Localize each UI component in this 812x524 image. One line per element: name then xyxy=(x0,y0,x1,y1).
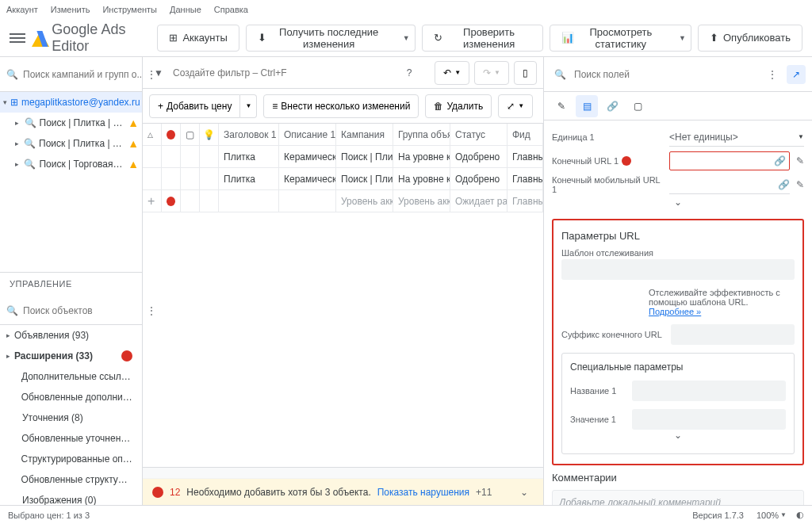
menu-edit[interactable]: Изменить xyxy=(51,5,90,14)
menu-data[interactable]: Данные xyxy=(170,5,201,14)
column-header[interactable]: ▢ xyxy=(181,124,200,145)
warning-icon: ▲ xyxy=(128,137,139,150)
mgmt-item[interactable]: Обновленные уточнения (0) xyxy=(0,428,142,449)
chevron-down-icon: ▼ xyxy=(403,34,410,42)
undo-button[interactable]: ↶ ▼ xyxy=(435,61,469,85)
final-url-input[interactable]: 🔗 xyxy=(669,151,790,170)
campaign-row[interactable]: ▸🔍Поиск | Плитка | Динам...▲ xyxy=(0,113,142,133)
tracking-template-input[interactable] xyxy=(561,259,795,280)
chevron-icon: △ xyxy=(147,131,153,139)
add-price-button[interactable]: + Добавить цену xyxy=(149,94,240,118)
mobile-url-label: Конечный мобильный URL 1 xyxy=(552,175,663,194)
mgmt-item[interactable]: ▸Расширения (33) xyxy=(0,346,142,366)
chevron-down-icon: ▼ xyxy=(679,34,686,42)
chevron-down-icon: ▼ xyxy=(780,511,787,518)
column-header[interactable]: Описание 1 xyxy=(279,124,336,145)
panel-toggle-button[interactable]: ▯ xyxy=(514,61,537,85)
custom-params-title: Специальные параметры xyxy=(570,361,786,373)
mobile-url-input[interactable]: 🔗 xyxy=(669,175,790,194)
show-violations-link[interactable]: Показать нарушения xyxy=(377,487,469,498)
table-row[interactable]: ПлиткаКерамическа...Поиск | Плитк...На у… xyxy=(143,168,543,190)
learn-more-link[interactable]: Подробнее » xyxy=(649,307,701,316)
publish-button[interactable]: ⬆Опубликовать xyxy=(698,25,802,52)
edit-icon[interactable]: ✎ xyxy=(796,179,804,190)
redo-button[interactable]: ↷ ▼ xyxy=(474,61,509,85)
tab-edit[interactable]: ✎ xyxy=(550,95,573,117)
column-header[interactable] xyxy=(162,124,181,145)
account-tree: ▾ ⊞ megaplitkastore@yandex.ru - но... ▸🔍… xyxy=(0,92,142,272)
table-row[interactable]: ПлиткаКерамическа...Поиск | Плитк...На у… xyxy=(143,146,543,168)
mgmt-item[interactable]: Изображения (0) xyxy=(0,490,142,505)
data-grid[interactable]: △▢💡Заголовок 1Описание 1КампанияГруппа о… xyxy=(143,124,543,467)
suffix-label: Суффикс конечного URL xyxy=(561,330,665,339)
expand-button[interactable]: ⤢ ▼ xyxy=(498,94,533,118)
settings-icon[interactable]: ◐ xyxy=(796,510,804,520)
tab-comment[interactable]: ▢ xyxy=(626,95,649,117)
menubar: Аккаунт Изменить Инструменты Данные Спра… xyxy=(0,0,812,19)
edit-icon[interactable]: ✎ xyxy=(796,155,804,166)
campaign-row[interactable]: ▸🔍Поиск | Торговая компа...▲ xyxy=(0,154,142,174)
link-icon: 🔗 xyxy=(778,179,790,190)
column-header[interactable]: △ xyxy=(143,124,162,145)
mgmt-item[interactable]: Обновленные структурирова... xyxy=(0,469,142,490)
campaign-icon: 🔍 xyxy=(24,159,36,170)
view-stats-dropdown[interactable]: ▼ xyxy=(674,25,691,52)
more-icon[interactable]: ⋮ xyxy=(763,65,782,84)
horizontal-scrollbar[interactable] xyxy=(143,467,543,478)
check-changes-button[interactable]: ↻Проверить изменения xyxy=(422,25,543,52)
mgmt-item[interactable]: Обновленные дополнительн... xyxy=(0,387,142,407)
chevron-down-icon[interactable]: ⌄ xyxy=(515,483,534,502)
account-row[interactable]: ▾ ⊞ megaplitkastore@yandex.ru - но... xyxy=(0,92,142,113)
fields-search-input[interactable] xyxy=(574,69,758,80)
menu-help[interactable]: Справка xyxy=(214,5,248,14)
help-icon[interactable]: ? xyxy=(400,63,419,82)
zoom-level[interactable]: 100% xyxy=(756,511,779,520)
tab-link[interactable]: 🔗 xyxy=(601,95,623,117)
view-stats-button[interactable]: 📊Просмотреть статистику xyxy=(550,25,675,52)
expand-toggle[interactable]: ⌄ xyxy=(552,197,804,212)
warning-bar: 12 Необходимо добавить хотя бы 3 объекта… xyxy=(143,478,543,505)
mgmt-item[interactable]: Уточнения (8) xyxy=(0,407,142,428)
filter-input[interactable] xyxy=(173,67,395,78)
column-header[interactable]: Кампания xyxy=(336,124,393,145)
mgmt-item[interactable]: Дополнительные ссылки (16) xyxy=(0,366,142,387)
add-icon[interactable]: + xyxy=(147,194,155,208)
expand-toggle[interactable]: ⌄ xyxy=(570,430,786,446)
tab-details[interactable]: ▤ xyxy=(576,95,598,117)
header: Google Ads Editor ⊞Аккаунты ⬇Получить по… xyxy=(0,19,812,57)
comments-section: Комментарии Добавьте локальный комментар… xyxy=(552,472,804,505)
column-header[interactable]: 💡 xyxy=(200,124,219,145)
column-header[interactable]: Фид xyxy=(508,124,543,145)
unit-value[interactable]: <Нет единицы>▼ xyxy=(669,128,804,147)
param-name-input[interactable] xyxy=(632,381,786,401)
delete-button[interactable]: 🗑 Удалить xyxy=(425,94,492,118)
suffix-input[interactable] xyxy=(671,324,795,345)
param-value-input[interactable] xyxy=(632,409,786,430)
bulk-edit-button[interactable]: ≡ Внести несколько изменений xyxy=(263,94,419,118)
mgmt-item[interactable]: Структурированные описани... xyxy=(0,449,142,469)
bulb-icon: 💡 xyxy=(203,129,215,140)
menu-account[interactable]: Аккаунт xyxy=(6,5,38,14)
column-header[interactable]: Статус xyxy=(450,124,508,145)
campaign-row[interactable]: ▸🔍Поиск | Плитка | Размер...▲ xyxy=(0,133,142,154)
comment-input[interactable]: Добавьте локальный комментарий xyxy=(552,490,804,505)
column-header[interactable]: Заголовок 1 xyxy=(219,124,279,145)
add-price-dropdown[interactable]: ▼ xyxy=(240,94,257,118)
grid-icon: ⊞ xyxy=(169,32,178,44)
app-title: Google Ads Editor xyxy=(52,21,144,55)
get-changes-dropdown[interactable]: ▼ xyxy=(398,25,416,52)
column-header[interactable]: Группа объявл... xyxy=(393,124,450,145)
get-changes-button[interactable]: ⬇Получить последние изменения xyxy=(246,25,399,52)
accounts-button[interactable]: ⊞Аккаунты xyxy=(157,25,239,52)
objects-search-input[interactable] xyxy=(23,305,142,316)
open-external-icon[interactable]: ↗ xyxy=(787,65,806,84)
menu-tools[interactable]: Инструменты xyxy=(102,5,157,14)
hamburger-icon[interactable] xyxy=(10,29,25,48)
mgmt-item[interactable]: ▸Объявления (93) xyxy=(0,325,142,346)
filter-icon[interactable]: ▼ xyxy=(149,63,168,82)
campaign-search-input[interactable] xyxy=(23,69,142,80)
table-row[interactable]: +Уровень акка...Уровень акка...Ожидает р… xyxy=(143,190,543,212)
upload-icon: ⬆ xyxy=(710,32,718,44)
error-icon xyxy=(167,197,175,206)
status-bar: Выбрано цен: 1 из 3 Версия 1.7.3 100% ▼ … xyxy=(0,505,812,524)
